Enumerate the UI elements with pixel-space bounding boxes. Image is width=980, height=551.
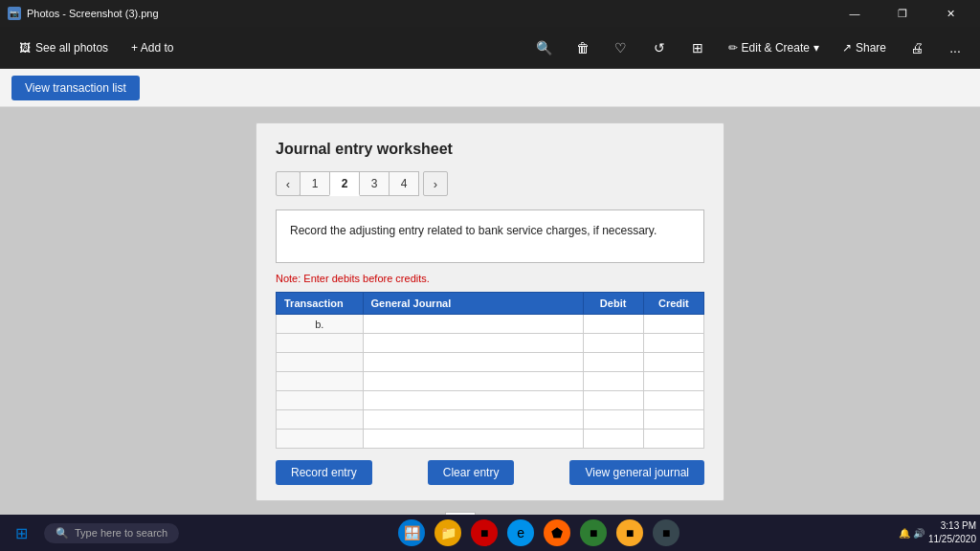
taskbar-app-green[interactable]: ■ <box>576 516 611 550</box>
page-tab-4[interactable]: 4 <box>389 171 419 196</box>
table-row <box>277 334 704 353</box>
cell-journal[interactable] <box>363 353 583 372</box>
table-row <box>277 372 704 391</box>
toolbar: 🖼 See all photos + Add to 🔍 🗑 ♡ ↺ ⊞ ✏ Ed… <box>0 27 980 69</box>
cell-debit[interactable] <box>583 372 643 391</box>
cell-credit[interactable] <box>643 372 703 391</box>
edit-create-button[interactable]: ✏ Edit & Create ▾ <box>721 36 827 59</box>
page-tabs: ‹ 1 2 3 4 › <box>276 171 704 196</box>
search-placeholder: Type here to search <box>75 527 167 539</box>
cell-transaction <box>277 410 364 430</box>
search-bar[interactable]: 🔍 Type here to search <box>44 523 179 543</box>
taskbar-app-edge[interactable]: e <box>503 516 538 550</box>
share-label: Share <box>856 41 886 55</box>
table-row <box>277 391 704 410</box>
record-entry-button[interactable]: Record entry <box>276 460 372 485</box>
record-label: Record entry <box>291 466 357 479</box>
taskbar-app-orange[interactable]: ⬟ <box>540 516 574 550</box>
table-row <box>277 353 704 372</box>
date-display: 11/25/2020 <box>928 533 976 546</box>
close-button[interactable]: ✕ <box>928 0 972 27</box>
browser-icon: 📁 <box>434 519 461 546</box>
cell-credit[interactable] <box>643 315 703 334</box>
page-tab-2[interactable]: 2 <box>329 171 360 196</box>
taskbar-apps: 🪟 📁 ■ e ⬟ ■ ■ ■ <box>394 516 683 550</box>
cell-debit[interactable] <box>583 334 643 353</box>
delete-button[interactable]: 🗑 <box>568 33 598 63</box>
cell-journal[interactable] <box>363 315 583 334</box>
page-tab-1[interactable]: 1 <box>300 171 330 196</box>
app-icon: 📷 <box>8 7 21 20</box>
taskbar-app-browser[interactable]: 📁 <box>431 516 465 550</box>
cell-journal[interactable] <box>363 372 583 391</box>
share-button[interactable]: ↗ Share <box>835 36 894 59</box>
taskbar-app-dark[interactable]: ■ <box>649 516 683 550</box>
worksheet-card: Journal entry worksheet ‹ 1 2 3 4 › Reco… <box>256 122 724 501</box>
yellow-app-icon: ■ <box>616 519 643 546</box>
cell-transaction: b. <box>277 315 364 334</box>
see-all-photos-label: See all photos <box>35 41 108 55</box>
cell-transaction <box>277 334 364 353</box>
taskbar-app-red[interactable]: ■ <box>467 516 501 550</box>
favorite-button[interactable]: ♡ <box>606 33 636 63</box>
restore-button[interactable]: ❐ <box>880 0 924 27</box>
taskbar: ⊞ 🔍 Type here to search 🪟 📁 ■ e ⬟ ■ ■ ■ <box>0 515 980 551</box>
more-button[interactable]: ... <box>940 33 970 63</box>
worksheet-title: Journal entry worksheet <box>276 141 704 158</box>
pencil-icon: ✏ <box>728 41 738 55</box>
view-general-journal-button[interactable]: View general journal <box>569 460 704 485</box>
action-bar: View transaction list <box>0 69 980 107</box>
cell-debit[interactable] <box>583 353 643 372</box>
cell-debit[interactable] <box>583 315 643 334</box>
journal-table: Transaction General Journal Debit Credit… <box>276 292 704 449</box>
cell-debit[interactable] <box>583 430 643 449</box>
window-title: Photos - Screenshot (3).png <box>27 8 159 19</box>
taskbar-app-yellow[interactable]: ■ <box>612 516 647 550</box>
col-credit: Credit <box>643 293 703 315</box>
next-page-button[interactable]: › <box>423 171 448 196</box>
zoom-button[interactable]: 🔍 <box>529 33 560 63</box>
dark-app-icon: ■ <box>653 519 679 546</box>
col-transaction: Transaction <box>277 293 364 315</box>
cell-credit[interactable] <box>643 410 703 430</box>
start-button[interactable]: ⊞ <box>4 516 38 550</box>
cell-credit[interactable] <box>643 391 703 410</box>
cell-debit[interactable] <box>583 410 643 430</box>
table-row <box>277 410 704 430</box>
prev-page-button[interactable]: ‹ <box>276 171 301 196</box>
rotate-button[interactable]: ↺ <box>644 33 675 63</box>
instruction-text: Record the adjusting entry related to ba… <box>290 224 657 237</box>
edit-create-label: Edit & Create <box>742 41 810 55</box>
crop-button[interactable]: ⊞ <box>682 33 713 63</box>
explorer-icon: 🪟 <box>398 519 425 546</box>
cell-journal[interactable] <box>363 334 583 353</box>
see-all-photos-button[interactable]: 🖼 See all photos <box>10 36 118 59</box>
print-icon: 🖨 <box>910 40 924 55</box>
taskbar-app-explorer[interactable]: 🪟 <box>394 516 429 550</box>
cell-journal[interactable] <box>363 410 583 430</box>
cell-credit[interactable] <box>643 353 703 372</box>
cell-transaction <box>277 430 364 449</box>
view-journal-label: View general journal <box>585 466 689 479</box>
print-button[interactable]: 🖨 <box>902 33 932 63</box>
add-to-button[interactable]: + Add to <box>122 36 183 59</box>
cell-transaction <box>277 391 364 410</box>
cell-credit[interactable] <box>643 430 703 449</box>
cell-credit[interactable] <box>643 334 703 353</box>
view-transaction-button[interactable]: View transaction list <box>11 76 140 100</box>
clear-entry-button[interactable]: Clear entry <box>428 460 515 485</box>
share-icon: ↗ <box>842 41 852 55</box>
page-tab-3[interactable]: 3 <box>359 171 390 196</box>
edit-chevron-icon: ▾ <box>813 41 819 55</box>
system-tray: 🔔 🔊 <box>899 528 924 539</box>
cell-transaction <box>277 353 364 372</box>
cell-journal[interactable] <box>363 391 583 410</box>
cell-journal[interactable] <box>363 430 583 449</box>
photos-icon: 🖼 <box>19 41 31 55</box>
view-transaction-label: View transaction list <box>25 81 126 95</box>
cell-debit[interactable] <box>583 391 643 410</box>
minimize-button[interactable]: — <box>833 0 877 27</box>
edge-icon: e <box>507 519 534 546</box>
title-bar: 📷 Photos - Screenshot (3).png — ❐ ✕ <box>0 0 980 27</box>
time-display: 3:13 PM <box>928 519 976 533</box>
